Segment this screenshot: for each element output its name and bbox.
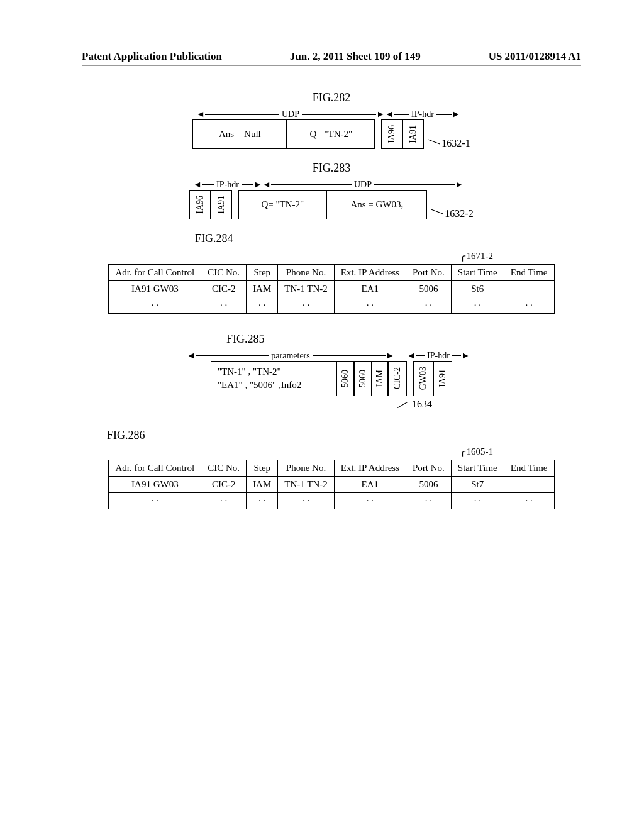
th: Phone No.	[278, 460, 334, 476]
th: Adr. for Call Control	[109, 460, 201, 476]
th: Start Time	[451, 264, 504, 280]
td	[504, 280, 554, 297]
fig285-c4: CIC-2	[392, 366, 402, 390]
fig285-iphdr-label: IP-hdr	[425, 351, 452, 361]
fig286-table: Adr. for Call Control CIC No. Step Phone…	[108, 460, 554, 509]
td: EA1	[334, 280, 406, 297]
th: Port No.	[406, 460, 451, 476]
th: CIC No.	[201, 460, 247, 476]
th: End Time	[504, 460, 554, 476]
td: IA91 GW03	[109, 280, 201, 297]
td: CIC-2	[201, 476, 247, 492]
td: TN-1 TN-2	[278, 280, 334, 297]
td: St7	[451, 476, 504, 492]
fig283-diagram: IP-hdr UDP IA96 IA91 Q= "TN-2" Ans = GW0…	[82, 180, 581, 219]
fig283-ans: Ans = GW03,	[326, 190, 427, 219]
td: EA1	[334, 476, 406, 492]
fig285-c6: IA91	[438, 368, 448, 389]
fig285-params-line2: "EA1" , "5006" ,Info2	[218, 379, 301, 392]
fig283-ip2: IA91	[216, 194, 226, 215]
fig282-ip2: IA91	[408, 124, 418, 145]
th: Ext. IP Address	[334, 264, 406, 280]
th: Phone No.	[278, 264, 334, 280]
fig283-q: Q= "TN-2"	[238, 190, 326, 219]
table-row: IA91 GW03 CIC-2 IAM TN-1 TN-2 EA1 5006 S…	[109, 476, 554, 492]
th: CIC No.	[201, 264, 247, 280]
fig284-table: Adr. for Call Control CIC No. Step Phone…	[108, 264, 554, 314]
td: St6	[451, 280, 504, 297]
fig283-title: FIG.283	[82, 162, 581, 175]
table-row: · ·· ·· ·· ·· ·· ·· ·· ·	[109, 492, 554, 509]
fig286-title: FIG.286	[107, 429, 581, 442]
header-center: Jun. 2, 2011 Sheet 109 of 149	[290, 50, 421, 63]
td: 5006	[406, 476, 451, 492]
fig284-title: FIG.284	[195, 232, 581, 245]
td: TN-1 TN-2	[278, 476, 334, 492]
td: CIC-2	[201, 280, 247, 297]
fig286-ref: 1605-1	[460, 446, 494, 456]
fig283-ref: 1632-2	[431, 208, 473, 219]
th: Port No.	[406, 264, 451, 280]
fig282-q: Q= "TN-2"	[287, 119, 375, 149]
fig283-ip1: IA96	[195, 194, 205, 215]
fig283-iphdr-label: IP-hdr	[214, 180, 242, 190]
page-header: Patent Application Publication Jun. 2, 2…	[82, 50, 581, 66]
fig282-ref: 1632-1	[428, 138, 470, 149]
fig285-c3: IAM	[375, 368, 385, 388]
td: IA91 GW03	[109, 476, 201, 492]
table-row: IA91 GW03 CIC-2 IAM TN-1 TN-2 EA1 5006 S…	[109, 280, 554, 297]
fig282-title: FIG.282	[82, 91, 581, 104]
th: Adr. for Call Control	[109, 264, 201, 280]
fig285-ref: 1634	[412, 399, 432, 409]
td: IAM	[247, 476, 278, 492]
td: IAM	[247, 280, 278, 297]
table-header-row: Adr. for Call Control CIC No. Step Phone…	[109, 460, 554, 476]
header-left: Patent Application Publication	[82, 50, 222, 63]
fig285-c5: GW03	[418, 365, 428, 391]
fig285-c2: 5060	[358, 368, 368, 389]
td	[504, 476, 554, 492]
fig285-params-label: parameters	[269, 351, 312, 361]
fig285-params-line1: "TN-1" , "TN-2"	[218, 365, 301, 379]
table-header-row: Adr. for Call Control CIC No. Step Phone…	[109, 264, 554, 280]
th: Step	[247, 460, 278, 476]
th: Ext. IP Address	[334, 460, 406, 476]
table-row: · ·· ·· ·· ·· ·· ·· ·· ·	[109, 297, 554, 313]
fig282-udp-label: UDP	[279, 109, 302, 119]
fig285-c1: 5060	[340, 368, 350, 389]
fig282-iphdr-label: IP-hdr	[409, 109, 436, 119]
fig285-diagram: parameters IP-hdr "TN-1" , "TN-2" "EA1" …	[82, 351, 581, 410]
th: Step	[247, 264, 278, 280]
fig283-udp-label: UDP	[352, 180, 374, 190]
fig282-ans: Ans = Null	[192, 119, 287, 149]
th: Start Time	[451, 460, 504, 476]
fig284-ref: 1671-2	[460, 251, 494, 261]
th: End Time	[504, 264, 554, 280]
fig285-title: FIG.285	[226, 333, 581, 346]
fig282-ip1: IA96	[387, 124, 397, 145]
fig282-diagram: UDP IP-hdr Ans = Null Q= "TN-2" IA96 IA9…	[82, 109, 581, 149]
td: 5006	[406, 280, 451, 297]
header-right: US 2011/0128914 A1	[489, 50, 581, 63]
